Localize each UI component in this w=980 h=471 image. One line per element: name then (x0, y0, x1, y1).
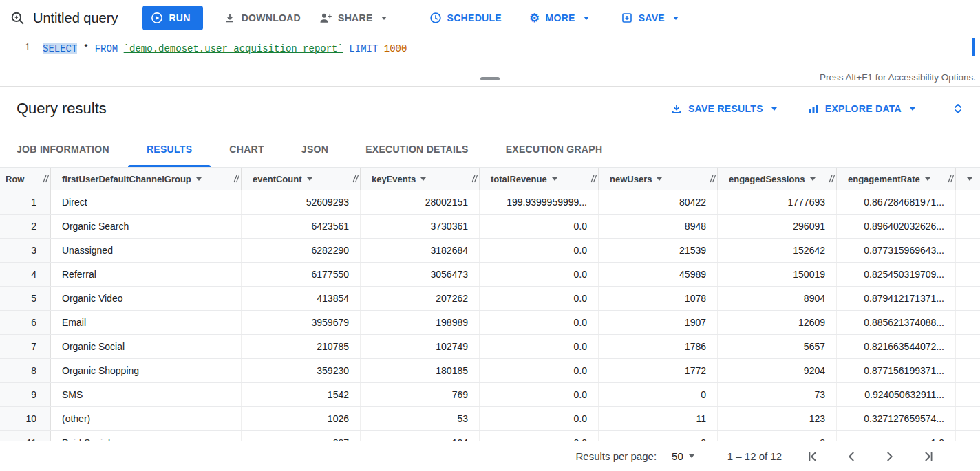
cell-clipped (956, 190, 979, 214)
cell-newUsers: 80422 (599, 190, 718, 214)
sql-line[interactable]: SELECT * FROM `demo.demoset.user_acquisi… (43, 36, 407, 72)
per-page-select[interactable]: 50 (672, 450, 694, 462)
sql-token: * (77, 43, 94, 54)
first-page-button[interactable] (805, 449, 820, 464)
cell-clipped (956, 311, 979, 334)
column-resize-handle[interactable] (710, 175, 716, 183)
cell-engagementRate: 0.877315969643... (837, 239, 956, 262)
cell-keyEvents: 3182684 (361, 239, 480, 262)
cell-firstUserDefaultChannelGroup: Organic Shopping (51, 359, 242, 382)
pagination-bar: Results per page: 50 1 – 12 of 12 (0, 441, 980, 471)
sql-token: SELECT (43, 43, 77, 54)
column-resize-handle[interactable] (471, 175, 478, 183)
table-reference-link[interactable]: `demo.demoset.user_acquisition_report` (124, 43, 343, 54)
cell-newUsers: 45989 (599, 263, 718, 286)
more-label: MORE (546, 12, 575, 23)
tab-job-information[interactable]: JOB INFORMATION (0, 131, 128, 167)
row-number: 7 (0, 335, 51, 358)
table-row: 5Organic Video4138542072620.0107889040.8… (0, 287, 980, 311)
previous-page-button[interactable] (844, 449, 859, 464)
column-header-eventCount[interactable]: eventCount (242, 168, 361, 190)
cell-keyEvents: 28002151 (361, 190, 480, 214)
column-resize-handle[interactable] (233, 175, 239, 183)
column-header-engagedSessions[interactable]: engagedSessions (718, 168, 837, 190)
column-header-Row[interactable]: Row (0, 168, 51, 190)
cell-keyEvents: 53 (361, 407, 480, 430)
run-label: RUN (169, 12, 190, 23)
chevron-down-icon (381, 17, 387, 20)
cell-firstUserDefaultChannelGroup: Referral (51, 263, 242, 286)
cell-engagementRate: 0.924050632911... (837, 383, 956, 406)
download-label: DOWNLOAD (242, 12, 301, 23)
cell-clipped (956, 383, 979, 406)
cell-engagedSessions: 150019 (718, 263, 837, 286)
sort-caret-icon[interactable] (810, 177, 816, 181)
tab-json[interactable]: JSON (283, 131, 347, 167)
row-number: 6 (0, 311, 51, 334)
download-button[interactable]: DOWNLOAD (224, 12, 301, 24)
table-row: 8Organic Shopping3592301801850.017729204… (0, 359, 980, 383)
sort-caret-icon[interactable] (196, 177, 202, 181)
last-page-button[interactable] (921, 449, 936, 464)
panel-resize-handle[interactable] (480, 77, 500, 80)
tab-execution-details[interactable]: EXECUTION DETAILS (347, 131, 487, 167)
schedule-button[interactable]: SCHEDULE (429, 12, 502, 24)
cell-engagementRate: 0.825450319709... (837, 263, 956, 286)
cell-totalRevenue: 0.0 (480, 383, 599, 406)
column-resize-handle[interactable] (829, 175, 835, 183)
column-header-firstUserDefaultChannelGroup[interactable]: firstUserDefaultChannelGroup (51, 168, 242, 190)
tab-results[interactable]: RESULTS (128, 131, 211, 167)
run-play-icon (151, 12, 163, 24)
sort-caret-icon[interactable] (657, 177, 662, 181)
line-number: 1 (0, 36, 43, 72)
column-header-clipped[interactable] (956, 168, 979, 190)
sql-editor[interactable]: 1 SELECT * FROM `demo.demoset.user_acqui… (0, 36, 980, 72)
tab-chart[interactable]: CHART (211, 131, 283, 167)
query-toolbar: Untitled query RUN DOWNLOAD SHARE SCHE (0, 0, 980, 36)
sort-caret-icon[interactable] (307, 177, 312, 181)
cell-engagedSessions: 8904 (718, 287, 837, 310)
sort-caret-icon[interactable] (925, 177, 930, 181)
sort-caret-icon[interactable] (967, 177, 972, 181)
column-resize-handle[interactable] (590, 175, 597, 183)
column-header-engagementRate[interactable]: engagementRate (837, 168, 956, 190)
editor-scrollbar[interactable] (972, 38, 975, 56)
cell-keyEvents: 3056473 (361, 263, 480, 286)
column-resize-handle[interactable] (352, 175, 359, 183)
tab-execution-graph[interactable]: EXECUTION GRAPH (487, 131, 621, 167)
cell-engagementRate: 0.879412171371... (837, 287, 956, 310)
cell-keyEvents: 198989 (361, 311, 480, 334)
sort-caret-icon[interactable] (420, 177, 426, 181)
cell-engagementRate: 0.896402032626... (837, 215, 956, 238)
cell-engagedSessions: 12609 (718, 311, 837, 334)
cell-keyEvents: 3730361 (361, 215, 480, 238)
cell-clipped (956, 239, 979, 262)
run-button[interactable]: RUN (142, 6, 202, 30)
cell-eventCount: 6423561 (242, 215, 361, 238)
more-button[interactable]: ⚙ MORE (529, 12, 589, 24)
cell-firstUserDefaultChannelGroup: Email (51, 311, 242, 334)
schedule-label: SCHEDULE (447, 12, 502, 23)
column-header-totalRevenue[interactable]: totalRevenue (480, 168, 599, 190)
sql-token: 1000 (384, 43, 407, 54)
cell-firstUserDefaultChannelGroup: Organic Social (51, 335, 242, 358)
cell-engagementRate: 0.877156199371... (837, 359, 956, 382)
column-resize-handle[interactable] (43, 175, 49, 183)
next-page-button[interactable] (882, 449, 897, 464)
explore-data-button[interactable]: EXPLORE DATA (807, 102, 915, 115)
sort-caret-icon[interactable] (552, 177, 557, 181)
cell-firstUserDefaultChannelGroup: (other) (51, 407, 242, 430)
column-header-newUsers[interactable]: newUsers (599, 168, 718, 190)
cell-clipped (956, 335, 979, 358)
share-button[interactable]: SHARE (319, 11, 387, 25)
column-header-keyEvents[interactable]: keyEvents (361, 168, 480, 190)
cell-firstUserDefaultChannelGroup: Organic Search (51, 215, 242, 238)
expand-panel-button[interactable] (951, 102, 965, 116)
row-number: 8 (0, 359, 51, 382)
save-button[interactable]: SAVE (621, 12, 679, 24)
panel-divider: Press Alt+F1 for Accessibility Options. (0, 72, 980, 87)
column-resize-handle[interactable] (948, 175, 954, 183)
save-results-button[interactable]: SAVE RESULTS (670, 102, 777, 115)
cell-totalRevenue: 0.0 (480, 311, 599, 334)
table-row: 7Organic Social2107851027490.0178656570.… (0, 335, 980, 359)
